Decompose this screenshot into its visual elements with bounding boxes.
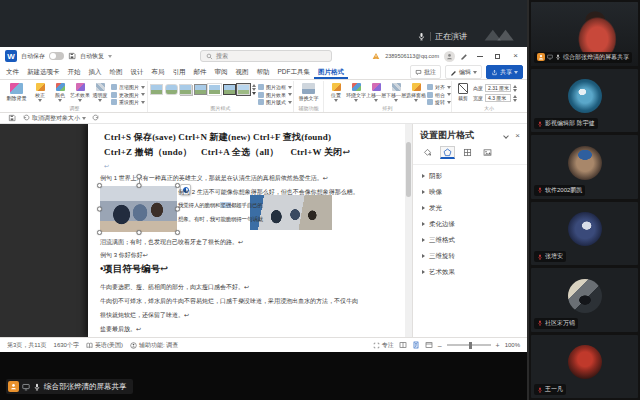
ribbon-button-更改图片[interactable]: 更改图片: [111, 92, 145, 98]
pane-section-发光[interactable]: 发光: [413, 200, 527, 216]
layout-properties-tab[interactable]: [460, 146, 475, 159]
participant-tile[interactable]: 王一凡: [531, 335, 638, 399]
pane-close-icon[interactable]: ×: [515, 132, 520, 140]
zoom-slider-knob[interactable]: [469, 342, 472, 349]
alt-text-button[interactable]: 替换文字: [296, 81, 321, 101]
participant-tile[interactable]: 综合部张烨清的屏幕共享: [531, 2, 638, 66]
tab-布局[interactable]: 布局: [148, 65, 169, 79]
fill-line-tab[interactable]: [420, 146, 435, 159]
ribbon-button-校正[interactable]: 校正: [30, 81, 50, 102]
ink-pen-icon[interactable]: [460, 52, 468, 60]
ribbon-button-上移一层[interactable]: 上移一层: [366, 81, 386, 102]
remove-background-button[interactable]: 删除背景: [4, 81, 29, 101]
pane-section-阴影[interactable]: 阴影: [413, 168, 527, 184]
comments-button[interactable]: 批注: [410, 65, 441, 79]
inline-photo-selected[interactable]: [100, 186, 177, 232]
page-indicator[interactable]: 第3页，共11页: [7, 341, 47, 350]
pane-section-映像[interactable]: 映像: [413, 184, 527, 200]
effects-tab[interactable]: [440, 146, 455, 159]
title-caret-icon[interactable]: [108, 55, 112, 58]
width-stepper[interactable]: [513, 95, 517, 102]
print-layout-button[interactable]: [412, 341, 420, 349]
picture-style-thumbnail[interactable]: [165, 84, 178, 95]
picture-style-thumbnail[interactable]: [223, 84, 236, 95]
tab-绘图[interactable]: 绘图: [106, 65, 127, 79]
picture-style-thumbnail[interactable]: [194, 84, 207, 95]
pane-collapse-icon[interactable]: [503, 133, 509, 139]
participants-sidebar[interactable]: 综合部张烨清的屏幕共享影视编辑部 陈宇健软件2002鹏凯张培安社区宋万锦王一凡: [527, 0, 640, 400]
rotate-handle[interactable]: [136, 174, 141, 179]
scrollbar-thumb[interactable]: [406, 142, 411, 197]
resize-handle[interactable]: [175, 230, 180, 235]
picture-style-thumbnail[interactable]: [150, 84, 163, 95]
pane-section-柔化边缘[interactable]: 柔化边缘: [413, 216, 527, 232]
language-indicator[interactable]: 英语(美国): [86, 341, 123, 350]
warning-icon[interactable]: [372, 52, 380, 60]
autosave-toggle[interactable]: [49, 52, 64, 60]
resize-handle[interactable]: [97, 183, 102, 188]
participant-tile[interactable]: 张培安: [531, 202, 638, 266]
participant-tile[interactable]: 影视编辑部 陈宇健: [531, 69, 638, 133]
ribbon-button-对齐[interactable]: 对齐: [427, 84, 451, 90]
zoom-out-button[interactable]: –: [438, 342, 442, 349]
word-count[interactable]: 1630个字: [54, 341, 79, 350]
height-stepper[interactable]: [513, 85, 517, 92]
pane-section-三维格式[interactable]: 三维格式: [413, 232, 527, 248]
tab-新建选项卡[interactable]: 新建选项卡: [23, 65, 64, 79]
document-scrollbar[interactable]: [405, 124, 412, 337]
ribbon-button-透明度[interactable]: 透明度: [90, 81, 110, 102]
picture-style-thumbnail[interactable]: [179, 84, 192, 95]
tab-审阅[interactable]: 审阅: [211, 65, 232, 79]
zoom-level[interactable]: 100%: [505, 342, 520, 348]
tab-邮件[interactable]: 邮件: [190, 65, 211, 79]
search-box[interactable]: 搜索: [200, 50, 332, 62]
read-mode-button[interactable]: [399, 341, 407, 349]
crop-button[interactable]: 裁剪: [454, 81, 472, 101]
ribbon-button-压缩图片[interactable]: 压缩图片: [111, 84, 145, 90]
tab-设计[interactable]: 设计: [127, 65, 148, 79]
ribbon-button-下移一层[interactable]: 下移一层: [386, 81, 406, 102]
ribbon-button-艺术效果[interactable]: 艺术效果: [70, 81, 90, 102]
redo-icon[interactable]: [92, 114, 100, 122]
zoom-in-button[interactable]: +: [496, 342, 500, 349]
minimize-button[interactable]: [473, 50, 486, 62]
ribbon-button-位置[interactable]: 位置: [326, 81, 346, 102]
ribbon-button-图片效果[interactable]: 图片效果: [258, 92, 292, 98]
share-button[interactable]: 共享: [486, 65, 523, 79]
picture-style-thumbnail[interactable]: [237, 84, 250, 95]
style-gallery-arrows[interactable]: [251, 81, 257, 95]
ribbon-button-环绕文字[interactable]: 环绕文字: [346, 81, 366, 102]
resize-handle[interactable]: [97, 230, 102, 235]
tab-插入[interactable]: 插入: [85, 65, 106, 79]
tab-视图[interactable]: 视图: [232, 65, 253, 79]
account-email[interactable]: 2389506113@qq.com: [385, 53, 439, 59]
width-input[interactable]: 4.3 厘米: [485, 94, 511, 102]
account-avatar[interactable]: [444, 51, 455, 62]
zoom-slider[interactable]: [447, 344, 491, 346]
tab-PDF工具集[interactable]: PDF工具集: [274, 65, 315, 79]
editing-mode-button[interactable]: 编辑: [445, 65, 482, 79]
inline-photo-2[interactable]: [250, 195, 332, 230]
picture-tab[interactable]: [480, 146, 495, 159]
picture-style-thumbnail[interactable]: [208, 84, 221, 95]
resize-handle[interactable]: [136, 183, 141, 188]
qat-save-icon[interactable]: [8, 114, 16, 122]
pane-section-三维旋转[interactable]: 三维旋转: [413, 248, 527, 264]
ribbon-button-选择窗格[interactable]: 选择窗格: [406, 81, 426, 102]
resize-handle[interactable]: [97, 207, 102, 212]
height-input[interactable]: 2.31 厘米: [485, 84, 511, 92]
document-page[interactable]: Ctrl+S 保存(save) Ctrl+N 新建(new) Ctrl+F 查找…: [88, 124, 405, 337]
tab-开始[interactable]: 开始: [64, 65, 85, 79]
tab-文件[interactable]: 文件: [2, 65, 23, 79]
participant-tile[interactable]: 社区宋万锦: [531, 268, 638, 332]
accessibility-status[interactable]: 辅助功能: 调查: [130, 341, 178, 350]
maximize-button[interactable]: [491, 50, 504, 62]
pane-section-艺术效果[interactable]: 艺术效果: [413, 264, 527, 280]
tab-图片格式[interactable]: 图片格式: [314, 65, 348, 79]
focus-mode-button[interactable]: 专注: [373, 341, 394, 350]
close-button[interactable]: ×: [509, 50, 522, 62]
ribbon-button-图片边框[interactable]: 图片边框: [258, 84, 292, 90]
ribbon-button-颜色[interactable]: 颜色: [50, 81, 70, 102]
tab-帮助[interactable]: 帮助: [253, 65, 274, 79]
participant-tile[interactable]: 软件2002鹏凯: [531, 135, 638, 199]
